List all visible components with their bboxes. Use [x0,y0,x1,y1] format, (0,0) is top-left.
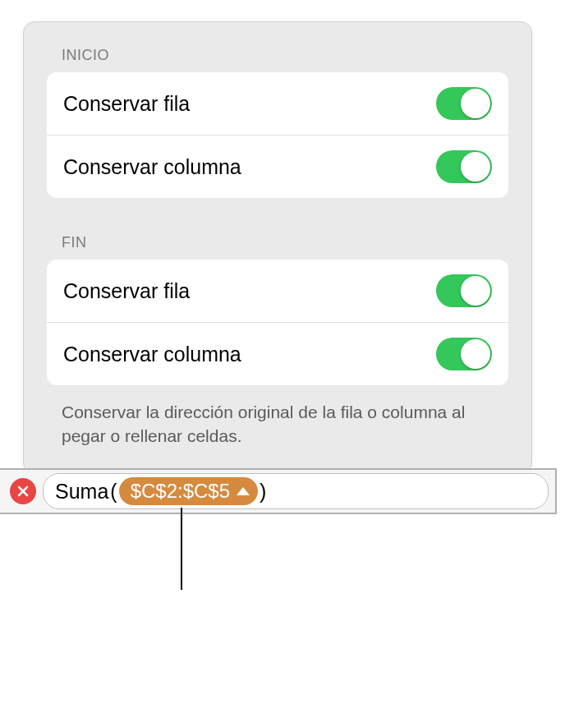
cancel-formula-button[interactable] [10,478,36,504]
preserve-row-end-label: Conservar fila [63,279,190,303]
section-header-inicio: INICIO [62,47,508,64]
preserve-row-start-toggle[interactable] [436,87,492,120]
reference-settings-popover: INICIO Conservar fila Conservar columna … [23,21,532,474]
preserve-row-start-label: Conservar fila [63,92,190,116]
preserve-column-start-toggle[interactable] [436,150,492,183]
close-paren: ) [260,480,266,504]
cell-reference-pill[interactable]: $C$2:$C$5 [119,477,258,505]
preserve-column-end-label: Conservar columna [63,343,241,366]
toggle-knob [461,152,490,182]
toggle-knob [461,276,490,306]
preserve-column-end: Conservar columna [47,323,508,385]
open-paren: ( [110,480,117,504]
preserve-row-start: Conservar fila [47,72,508,136]
help-text: Conservar la dirección original de la fi… [62,400,494,448]
close-icon [16,485,30,498]
preserve-column-start: Conservar columna [47,136,508,198]
preserve-column-start-label: Conservar columna [63,155,241,179]
toggle-knob [461,339,490,369]
cell-reference-text: $C$2:$C$5 [131,480,230,503]
callout-pointer-line [181,508,182,590]
preserve-row-end-toggle[interactable] [436,274,492,307]
toggle-knob [461,89,490,118]
formula-function-name: Suma [55,480,108,504]
settings-group-inicio: Conservar fila Conservar columna [47,72,508,198]
section-header-fin: FIN [62,234,508,251]
settings-group-fin: Conservar fila Conservar columna [47,260,508,385]
formula-input[interactable]: Suma ( $C$2:$C$5 ) [43,473,549,509]
formula-bar: Suma ( $C$2:$C$5 ) [0,468,557,514]
preserve-column-end-toggle[interactable] [436,338,492,370]
preserve-row-end: Conservar fila [47,260,508,323]
triangle-up-icon [237,487,250,495]
